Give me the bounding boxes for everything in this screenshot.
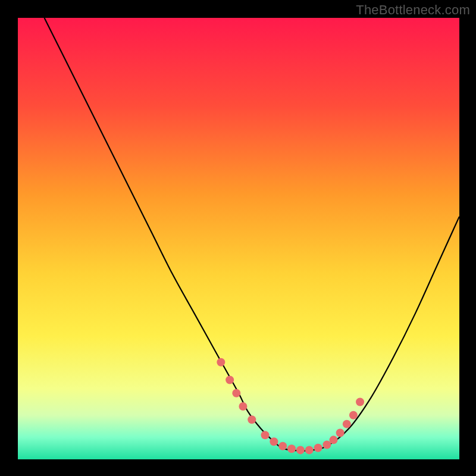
bottleneck-chart — [0, 0, 476, 476]
marker-dot — [343, 420, 351, 428]
marker-dot — [270, 437, 278, 446]
watermark-text: TheBottleneck.com — [356, 2, 470, 18]
marker-dot — [232, 389, 240, 397]
marker-dot — [305, 446, 314, 454]
marker-dot — [356, 398, 364, 406]
marker-dot — [217, 358, 225, 367]
marker-dot — [248, 415, 256, 424]
marker-dot — [349, 411, 358, 419]
chart-frame: TheBottleneck.com — [0, 0, 476, 476]
marker-dot — [322, 441, 331, 449]
marker-dot — [287, 444, 296, 453]
marker-dot — [226, 375, 234, 384]
marker-dot — [314, 444, 322, 452]
marker-dot — [278, 442, 287, 450]
marker-dot — [296, 446, 305, 454]
marker-dot — [330, 436, 338, 444]
marker-dot — [261, 431, 270, 439]
marker-dot — [239, 402, 247, 411]
marker-dot — [336, 428, 345, 437]
